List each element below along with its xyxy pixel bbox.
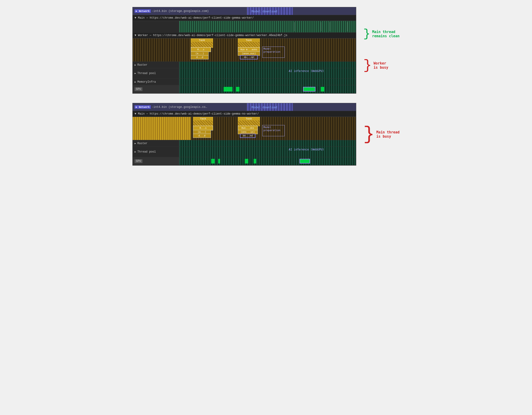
rs-label-1: R...s <box>197 48 204 51</box>
annotations-2: } Main thread is busy <box>361 125 399 144</box>
anonymous-label-1: (anon…ous) <box>242 52 256 55</box>
worker-brace-1: } <box>363 58 372 73</box>
task-box-2: Task <box>238 38 260 48</box>
memoryinfra-text-1: MemoryInfra <box>137 80 156 83</box>
raster-bg-1 <box>179 62 356 68</box>
gpu-green-outline-2 <box>300 159 310 164</box>
ai-inference-label-2: AI inference (WebGPU) <box>285 148 327 151</box>
gpu-content-1 <box>179 85 356 93</box>
panel-2-container: ▶ Network -int4.bin (storage.googleapis.… <box>133 103 399 166</box>
dond-box-2: do...nd <box>240 134 256 138</box>
main-tick-1 <box>294 22 295 31</box>
threadpool-row-1: ▶ Thread pool AI inference (WebGPU) <box>133 68 356 79</box>
rs-box-2: R...s <box>193 126 213 130</box>
dd-box-2: d...d <box>193 134 211 138</box>
raster-content-1 <box>179 62 356 68</box>
main-header-text-1: ▼ Main — https://chrome.dev/web-ai-demos… <box>134 16 254 19</box>
model-download-label-1: Model download <box>249 9 277 13</box>
network-badge-1: ▶ Network <box>134 9 151 13</box>
main-brace-2: } <box>363 125 374 144</box>
no-worker-panel: ▶ Network -int4.bin (storage.googleapis.… <box>133 103 356 166</box>
raster-triangle-1: ▶ <box>134 64 136 66</box>
gpu-green-4 <box>211 159 215 164</box>
memoryinfra-content-1 <box>179 79 356 85</box>
threadpool-content-2: AI inference (WebGPU) <box>179 147 356 157</box>
main-tick-4 <box>347 22 348 31</box>
memoryinfra-bg-1 <box>179 79 356 85</box>
gpu-row-2: GPU <box>133 157 356 165</box>
raster-bg-2 <box>179 140 356 147</box>
network-badge-2: ▶ Network <box>134 105 151 109</box>
main-header-text-2: ▼ Main — https://chrome.dev/web-ai-demos… <box>134 112 259 116</box>
gpu-text-1: GPU <box>134 87 142 91</box>
main-task-label-1-2: Task <box>193 117 213 120</box>
main-thread-label-spacer <box>133 21 179 32</box>
main-task-label-2-2: Task <box>238 117 260 120</box>
main-brace-1: } <box>363 28 370 40</box>
model-download-label-2: Model download <box>249 105 277 109</box>
main-thread-clean-annotation: } Main thread remains clean <box>363 28 399 40</box>
runsks-label-2: Run...sks <box>242 127 254 129</box>
gpu-label-2: GPU <box>133 157 179 165</box>
model-prep-label-2: Model preparation <box>263 126 280 132</box>
raster-label-2: ▶ Raster <box>133 140 179 147</box>
memoryinfra-triangle-1: ▶ <box>134 81 136 83</box>
main-thread-timeline-2: Task Task R...s (a...) d...d Run...sks <box>133 117 356 140</box>
task-box-1: Task <box>191 38 213 48</box>
threadpool-text-2: Thread pool <box>137 150 156 154</box>
dd-label-2: d...d <box>198 135 205 137</box>
model-prep-label-1: Model preparation <box>263 47 280 53</box>
main-header-2: ▼ Main — https://chrome.dev/web-ai-demos… <box>133 111 356 117</box>
model-prep-box-1: Model preparation <box>262 46 285 58</box>
main-thread-clean-text: Main thread remains clean <box>372 30 399 38</box>
runsks-box-2: Run...sks <box>238 126 258 130</box>
network-content-1: Model download <box>247 7 356 15</box>
raster-row-2: ▶ Raster <box>133 140 356 147</box>
gpu-green-2 <box>236 87 239 92</box>
dd-box-1: d...d <box>191 55 209 59</box>
network-row-2: ▶ Network -int4.bin (storage.googleapis.… <box>133 103 356 111</box>
panel-1-container: ▶ Network -int4.bin (storage.googleapis.… <box>133 7 399 94</box>
gpu-green-3 <box>321 87 324 92</box>
gpu-green-6 <box>245 159 248 164</box>
main-task-box-1-2: Task <box>193 117 213 126</box>
worker-busy-annotation: } Worker is busy <box>363 58 399 73</box>
main-tick-3 <box>330 22 330 31</box>
network-filename-1: -int4.bin (storage.googleapis.com) <box>152 9 209 13</box>
rs-box-1: R...s <box>191 47 211 52</box>
rs-label-2: R...s <box>200 127 207 129</box>
gpu-row-1: GPU <box>133 85 356 93</box>
worker-panel: ▶ Network -int4.bin (storage.googleapis.… <box>133 7 356 94</box>
main-task-box-2-2: Task <box>238 117 260 126</box>
threadpool-label-2: ▶ Thread pool <box>133 147 179 157</box>
annotations-1: } Main thread remains clean } Worker is … <box>361 28 399 73</box>
gpu-green-7 <box>254 159 256 164</box>
raster-content-2 <box>179 140 356 147</box>
main-dense-left-2 <box>133 117 191 140</box>
dond-label-2: do...nd <box>243 135 253 137</box>
run-masks-label-1: Run m...asks <box>240 48 257 51</box>
gpu-bg-1 <box>179 85 356 93</box>
threadpool-content-1: AI inference (WebGPU) <box>179 68 356 78</box>
model-prep-box-2: Model preparation <box>262 125 285 136</box>
raster-triangle-2: ▶ <box>134 142 136 145</box>
worker-header-text-1: ▼ Worker — https://chrome.dev/web-ai-dem… <box>134 34 287 37</box>
task-label-1: Task <box>191 39 213 42</box>
gpu-green-1 <box>224 87 232 92</box>
worker-timeline-1: Task Task R...s (a...) d...d Run m...ask… <box>133 38 356 62</box>
worker-header-1: ▼ Worker — https://chrome.dev/web-ai-dem… <box>133 33 356 38</box>
memoryinfra-label-1: ▶ MemoryInfra <box>133 79 179 85</box>
network-content-2: Model download <box>247 103 356 111</box>
gpu-content-2 <box>179 157 356 165</box>
run-masks-box-1: Run m...asks <box>238 47 260 52</box>
network-label-2: ▶ Network -int4.bin (storage.googleapis.… <box>133 103 247 111</box>
main-tick-2 <box>321 22 321 31</box>
worker-busy-text: Worker is busy <box>373 61 388 70</box>
threadpool-bg-2 <box>179 147 356 157</box>
threadpool-triangle-2: ▶ <box>134 150 136 153</box>
raster-row-1: ▶ Raster <box>133 62 356 68</box>
gpu-text-2: GPU <box>134 159 142 163</box>
gpu-label-1: GPU <box>133 85 179 93</box>
threadpool-row-2: ▶ Thread pool AI inference (WebGPU) <box>133 147 356 157</box>
ai-inference-label-1: AI inference (WebGPU) <box>285 69 327 73</box>
